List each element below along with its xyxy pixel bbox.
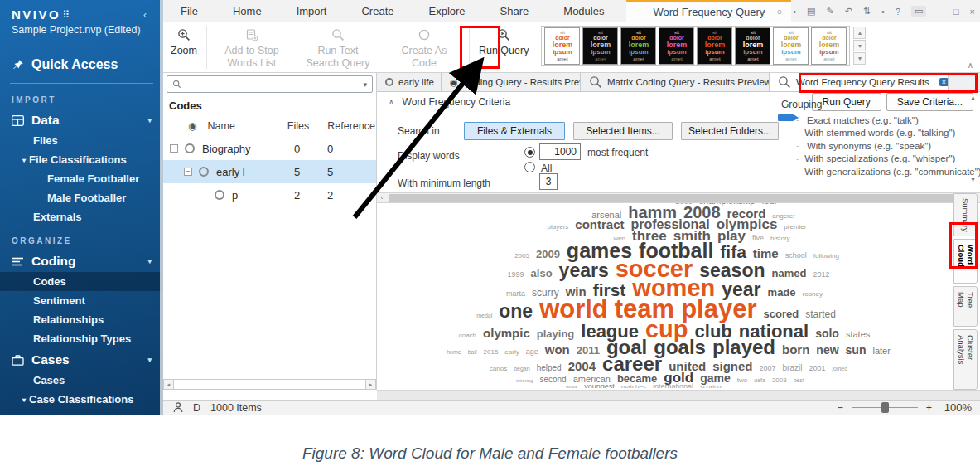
view-tab-tree-map[interactable]: Tree Map [953, 286, 978, 326]
save-criteria-button[interactable]: Save Criteria... [886, 93, 973, 111]
word-cloud-word[interactable]: world [539, 299, 608, 319]
chevron-down-icon[interactable]: ▾ [147, 257, 152, 265]
gallery-scroll-down-icon[interactable]: ▾ [853, 40, 866, 52]
word-cloud-word[interactable]: play [717, 231, 746, 242]
grouping-option-1[interactable]: ‐Exact matches (e.g. "talk") [796, 114, 953, 127]
grouping-slider[interactable] [778, 114, 794, 121]
wordcloud-style-thumbnail-8[interactable]: sitdolorloremipsumamet [811, 27, 847, 65]
doc-tab-word-frequency-query-results[interactable]: Word Frequency Query Results× [770, 73, 949, 91]
save-icon[interactable]: ▤ [807, 6, 815, 17]
word-cloud-word[interactable]: years [559, 263, 609, 279]
document-bottom-scroll-area[interactable] [377, 390, 980, 400]
zoom-button[interactable]: Zoom [163, 22, 205, 72]
word-cloud-word[interactable]: age [526, 349, 538, 355]
ribbon-collapse-icon[interactable]: ∧ [968, 61, 973, 70]
sidebar-item-relationships[interactable]: Relationships [0, 310, 163, 329]
chevron-down-icon[interactable]: ▾ [147, 116, 152, 124]
word-cloud-word[interactable]: contract [575, 220, 624, 230]
word-cloud-word[interactable]: school [785, 253, 807, 259]
sort-icon[interactable]: ⇅ [863, 6, 871, 17]
word-cloud-word[interactable]: started [805, 311, 836, 319]
run-query-button[interactable]: Run Query [471, 22, 536, 72]
scrollbar-thumb[interactable] [389, 194, 968, 202]
min-length-input[interactable]: 3 [539, 173, 558, 190]
view-tab-word-cloud[interactable]: Word Cloud [953, 239, 978, 284]
zoom-slider-handle[interactable] [881, 402, 889, 413]
word-cloud-word[interactable]: later [872, 347, 890, 355]
word-cloud-word[interactable]: players [548, 225, 569, 231]
minimize-icon[interactable]: − [937, 7, 942, 17]
sidebar-item-female-footballer[interactable]: Female Footballer [0, 169, 163, 188]
word-cloud-word[interactable]: rooney [803, 292, 823, 298]
word-cloud-word[interactable]: early [504, 350, 519, 356]
sidebar-item-person[interactable]: Person [0, 409, 163, 415]
undo-icon[interactable]: ↶ [845, 6, 852, 17]
word-cloud-word[interactable]: new [816, 346, 838, 355]
word-cloud-word[interactable]: scoring [700, 385, 722, 388]
sidebar-group-cases[interactable]: Cases▾ [0, 348, 163, 371]
view-tab-summary[interactable]: Summary [953, 193, 978, 236]
word-cloud-word[interactable]: solo [815, 329, 839, 338]
word-cloud-word[interactable]: 2001 [809, 366, 825, 371]
sidebar-item-male-footballer[interactable]: Male Footballer [0, 188, 163, 207]
word-cloud-word[interactable]: second [539, 376, 566, 383]
scroll-left-icon[interactable]: ‹ [377, 193, 387, 202]
word-cloud-word[interactable]: playing [537, 330, 575, 339]
sidebar-item-case-classifications[interactable]: ▾Case Classifications [0, 390, 163, 409]
scroll-right-icon[interactable]: ▸ [365, 379, 376, 390]
zoom-out-icon[interactable]: − [837, 402, 842, 414]
most-frequent-radio[interactable] [524, 147, 535, 158]
word-cloud-word[interactable]: olympic [483, 328, 530, 338]
word-cloud-word[interactable]: 2012 [813, 272, 829, 278]
word-cloud-word[interactable]: 2003 [772, 378, 787, 384]
code-row-p[interactable]: p22 [163, 183, 376, 206]
restore-icon[interactable]: □ [953, 7, 959, 17]
word-cloud-word[interactable]: also [531, 269, 553, 279]
word-cloud-word[interactable]: 2007 [759, 366, 775, 371]
word-cloud-word[interactable]: wusa [566, 386, 577, 388]
word-cloud-word[interactable]: brazil [783, 365, 803, 371]
word-cloud-word[interactable]: helped [537, 365, 562, 371]
sidebar-item-file-classifications[interactable]: ▾File Classifications [0, 150, 163, 169]
word-cloud-word[interactable]: history [770, 236, 790, 242]
codes-horizontal-scrollbar[interactable]: ◂ ▸ [163, 379, 376, 390]
wordcloud-style-thumbnail-1[interactable]: sitdolorloremipsumamet [544, 27, 580, 65]
sidebar-item-cases[interactable]: Cases [0, 371, 163, 390]
most-frequent-input[interactable]: 1000 [539, 143, 581, 160]
criteria-vertical-scrollbar[interactable]: ▴ ▾ [968, 94, 978, 183]
word-cloud-word[interactable]: began [514, 367, 529, 371]
code-row-early-l[interactable]: −early l55 [163, 160, 376, 183]
codes-search-input[interactable]: ▾ [167, 75, 373, 93]
grouping-option-5[interactable]: ‐With generalizations (e.g. "communicate… [796, 165, 953, 178]
grouping-option-2[interactable]: ‐With stemmed words (e.g. "talking") [796, 127, 953, 140]
word-cloud-word[interactable]: named [772, 269, 807, 279]
word-cloud-word[interactable]: 2005 [514, 254, 529, 260]
menu-tab-modules[interactable]: Modules [546, 0, 621, 22]
sidebar-collapse-icon[interactable]: ‹ [143, 9, 147, 21]
word-cloud-word[interactable]: 2015 [484, 350, 499, 356]
wordcloud-style-thumbnail-4[interactable]: sitdolorloremipsumamet [659, 27, 694, 65]
gallery-expand-icon[interactable]: ▾ [853, 52, 866, 65]
menu-tab-explore[interactable]: Explore [412, 0, 483, 22]
word-cloud-word[interactable]: youngest [584, 384, 615, 388]
word-cloud-word[interactable]: fifa [720, 245, 746, 259]
sidebar-item-relationship-types[interactable]: Relationship Types [0, 329, 163, 348]
word-cloud-word[interactable]: ball [468, 350, 477, 355]
word-cloud-word[interactable]: 2004 [568, 362, 596, 371]
word-cloud-word[interactable]: 1999 [508, 272, 524, 278]
word-cloud-word[interactable]: two [737, 378, 747, 384]
wordcloud-style-thumbnail-7[interactable]: sitdolorloremipsumamet [773, 27, 809, 65]
word-cloud-word[interactable]: made [768, 289, 796, 298]
word-cloud-word[interactable]: won [545, 345, 570, 355]
scrollbar-track[interactable] [174, 379, 365, 390]
word-cloud-word[interactable]: time [753, 249, 779, 259]
all-words-radio[interactable] [524, 162, 535, 172]
word-cloud-word[interactable]: one [499, 303, 533, 319]
word-cloud-word[interactable]: 2011 [577, 347, 600, 356]
word-cloud-word[interactable]: 2009 [536, 250, 560, 260]
help-icon[interactable]: ? [896, 7, 900, 17]
doc-tab-coding-query-results-preview[interactable]: ◉Coding Query - Results Preview [442, 73, 581, 91]
sidebar-item-externals[interactable]: Externals [0, 207, 163, 226]
word-cloud-word[interactable]: game [700, 374, 731, 383]
word-cloud-word[interactable]: medal [476, 313, 492, 318]
